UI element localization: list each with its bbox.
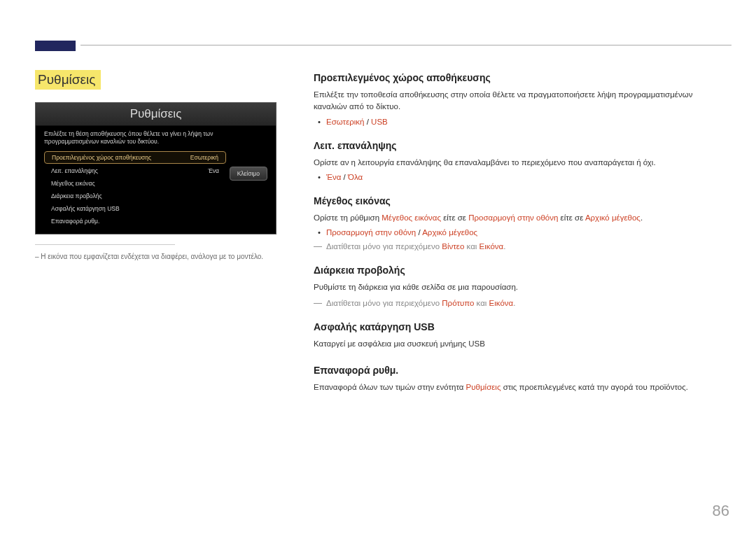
option-b: Αρχικό μέγεθος	[422, 228, 477, 237]
settings-panel: Ρυθμίσεις Επιλέξτε τη θέση αποθήκευσης ό…	[35, 102, 276, 234]
section-default-storage: Προεπιλεγμένος χώρος αποθήκευσης Επιλέξτ…	[314, 72, 721, 126]
section-heading: Διάρκεια προβολής	[314, 265, 721, 276]
section-body: Επαναφορά όλων των τιμών στην ενότητα Ρυ…	[314, 381, 721, 393]
panel-header: Ρυθμίσεις	[36, 103, 276, 126]
section-heading: Μέγεθος εικόνας	[314, 195, 721, 206]
section-duration: Διάρκεια προβολής Ρυθμίστε τη διάρκεια γ…	[314, 265, 721, 307]
section-body: Επιλέξτε την τοποθεσία αποθήκευσης στην …	[314, 89, 721, 113]
section-body: Ορίστε αν η λειτουργία επανάληψης θα επα…	[314, 157, 721, 169]
separator: /	[341, 173, 348, 181]
close-button[interactable]: Κλείσιμο	[230, 167, 267, 181]
dash-note: Διατίθεται μόνο για περιεχόμενο Βίντεο κ…	[314, 242, 721, 251]
text: .	[513, 299, 515, 307]
panel-subtitle: Επιλέξτε τη θέση αποθήκευσης όπου θέλετε…	[36, 126, 276, 151]
section-picture-size: Μέγεθος εικόνας Ορίστε τη ρύθμιση Μέγεθο…	[314, 195, 721, 251]
text: και	[474, 299, 489, 307]
highlight: Εικόνα	[489, 299, 514, 307]
highlight: Αρχικό μέγεθος	[585, 213, 640, 222]
menu-label: Μέγεθος εικόνας	[51, 180, 95, 187]
menu-item-picture-size[interactable]: Μέγεθος εικόνας	[44, 178, 226, 189]
highlight: Βίντεο	[442, 242, 464, 251]
menu-list: Προεπιλεγμένος χώρος αποθήκευσης Εσωτερι…	[44, 151, 226, 227]
bullet-item: Προσαρμογή στην οθόνη / Αρχικό μέγεθος	[326, 228, 721, 237]
text: και	[464, 242, 479, 251]
section-heading: Επαναφορά ρυθμ.	[314, 365, 721, 376]
menu-value: Εσωτερική	[190, 154, 218, 161]
option-a: Ένα	[326, 173, 341, 181]
menu-item-duration[interactable]: Διάρκεια προβολής	[44, 190, 226, 202]
bullet-item: Ένα / Όλα	[326, 173, 721, 181]
header-accent	[35, 41, 76, 51]
text: είτε σε	[441, 213, 468, 222]
menu-item-reset[interactable]: Επαναφορά ρυθμ.	[44, 216, 226, 227]
section-body: Ορίστε τη ρύθμιση Μέγεθος εικόνας είτε σ…	[314, 212, 721, 224]
text: Επαναφορά όλων των τιμών στην ενότητα	[314, 383, 466, 391]
highlight: Πρότυπο	[442, 299, 474, 307]
menu-item-safe-remove[interactable]: Ασφαλής κατάργηση USB	[44, 203, 226, 214]
highlight: Εικόνα	[479, 242, 504, 251]
page-section-title: Ρυθμίσεις	[35, 70, 101, 90]
menu-label: Λειτ. επανάληψης	[51, 167, 98, 174]
text: Ορίστε τη ρύθμιση	[314, 213, 382, 222]
panel-body: Προεπιλεγμένος χώρος αποθήκευσης Εσωτερι…	[36, 151, 276, 234]
left-divider	[35, 244, 175, 245]
option-b: Όλα	[348, 173, 363, 181]
section-heading: Ασφαλής κατάργηση USB	[314, 321, 721, 332]
section-body: Καταργεί με ασφάλεια μια συσκευή μνήμης …	[314, 338, 721, 350]
highlight: Ρυθμίσεις	[466, 383, 501, 391]
left-column: Ρυθμίσεις Ρυθμίσεις Επιλέξτε τη θέση απο…	[35, 70, 276, 262]
section-body: Ρυθμίστε τη διάρκεια για κάθε σελίδα σε …	[314, 281, 721, 293]
section-heading: Λειτ. επανάληψης	[314, 140, 721, 151]
section-heading: Προεπιλεγμένος χώρος αποθήκευσης	[314, 72, 721, 83]
menu-label: Επαναφορά ρυθμ.	[51, 218, 99, 225]
separator: /	[416, 228, 422, 237]
option-a: Εσωτερική	[326, 118, 365, 126]
option-a: Προσαρμογή στην οθόνη	[326, 228, 416, 237]
menu-label: Ασφαλής κατάργηση USB	[51, 205, 120, 212]
highlight: Μέγεθος εικόνας	[382, 213, 441, 222]
right-column: Προεπιλεγμένος χώρος αποθήκευσης Επιλέξτ…	[314, 72, 721, 407]
option-b: USB	[371, 118, 388, 126]
text: Διατίθεται μόνο για περιεχόμενο	[326, 242, 442, 251]
model-note: – Η εικόνα που εμφανίζεται ενδέχεται να …	[35, 252, 276, 262]
section-repeat: Λειτ. επανάληψης Ορίστε αν η λειτουργία …	[314, 140, 721, 181]
text: .	[640, 213, 643, 222]
dash-note: Διατίθεται μόνο για περιεχόμενο Πρότυπο …	[314, 299, 721, 307]
section-reset: Επαναφορά ρυθμ. Επαναφορά όλων των τιμών…	[314, 365, 721, 393]
bullet-item: Εσωτερική / USB	[326, 118, 721, 126]
section-safe-remove: Ασφαλής κατάργηση USB Καταργεί με ασφάλε…	[314, 321, 721, 350]
page-number: 86	[713, 502, 729, 520]
text: είτε σε	[558, 213, 585, 222]
menu-item-default-storage[interactable]: Προεπιλεγμένος χώρος αποθήκευσης Εσωτερι…	[44, 151, 226, 164]
menu-value: Ένα	[208, 167, 219, 174]
text: .	[503, 242, 505, 251]
text: στις προεπιλεγμένες κατά την αγορά του π…	[500, 383, 688, 391]
text: Διατίθεται μόνο για περιεχόμενο	[326, 299, 442, 307]
separator: /	[365, 118, 372, 126]
highlight: Προσαρμογή στην οθόνη	[468, 213, 558, 222]
menu-label: Διάρκεια προβολής	[51, 192, 102, 199]
header-rule	[80, 45, 732, 45]
menu-label: Προεπιλεγμένος χώρος αποθήκευσης	[52, 154, 151, 161]
menu-item-repeat[interactable]: Λειτ. επανάληψης Ένα	[44, 165, 226, 176]
